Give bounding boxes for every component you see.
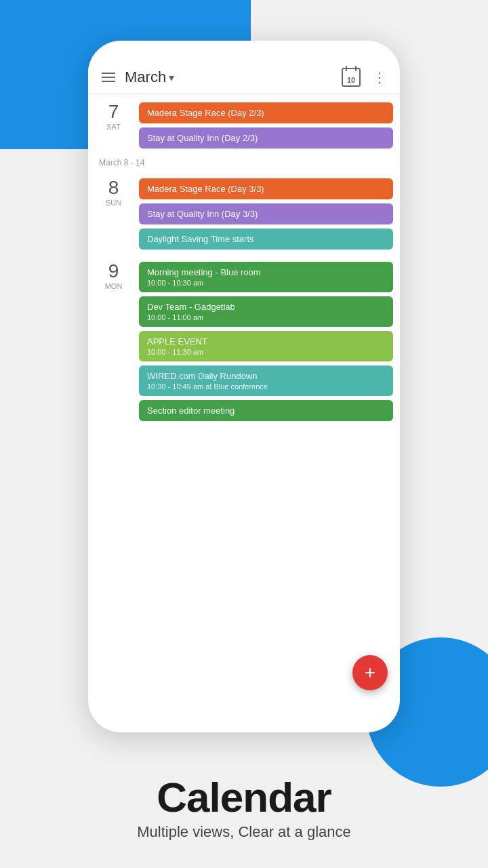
app-name-label: Calendar xyxy=(0,774,488,821)
event-madera-day2[interactable]: Madera Stage Race (Day 2/3) xyxy=(139,102,393,123)
month-chevron-icon: ▾ xyxy=(169,71,174,84)
event-apple-event[interactable]: APPLE EVENT 10:00 - 11:30 am xyxy=(139,331,393,361)
event-title: Daylight Saving Time starts xyxy=(147,234,254,244)
day-label-7: 7 Sat xyxy=(95,102,132,149)
fab-add-event-button[interactable]: + xyxy=(352,655,388,690)
month-title[interactable]: March ▾ xyxy=(125,68,174,86)
day-name-8: Sun xyxy=(95,199,132,207)
day-section-8: 8 Sun Madera Stage Race (Day 3/3) Stay a… xyxy=(88,170,400,250)
event-morning-meeting[interactable]: Morning meeting - Blue room 10:00 - 10:3… xyxy=(139,262,393,292)
day-number-7: 7 xyxy=(95,102,132,121)
day-events-9: Morning meeting - Blue room 10:00 - 10:3… xyxy=(139,262,393,421)
event-title: WIRED.com Daily Rundown xyxy=(147,371,385,381)
day-name-7: Sat xyxy=(95,123,132,131)
event-title: APPLE EVENT xyxy=(147,336,385,347)
event-title: Madera Stage Race (Day 3/3) xyxy=(147,184,264,194)
event-title: Morning meeting - Blue room xyxy=(147,267,385,277)
calendar-date-number: 10 xyxy=(347,76,355,84)
event-title: Dev Team - Gadgetlab xyxy=(147,302,385,312)
event-title: Stay at Quality Inn (Day 2/3) xyxy=(147,133,258,143)
event-wired-rundown[interactable]: WIRED.com Daily Rundown 10:30 - 10:45 am… xyxy=(139,366,393,396)
calendar-today-button[interactable]: 10 xyxy=(342,68,361,87)
day-label-8: 8 Sun xyxy=(95,178,132,250)
event-subtitle: 10:00 - 10:30 am xyxy=(147,279,385,287)
more-options-button[interactable]: ⋮ xyxy=(373,69,386,85)
event-subtitle: 10:30 - 10:45 am at Blue conference xyxy=(147,382,385,391)
event-subtitle: 10:00 - 11:30 am xyxy=(147,348,385,356)
event-title: Section editor meeting xyxy=(147,406,385,416)
event-madera-day3[interactable]: Madera Stage Race (Day 3/3) xyxy=(139,178,393,199)
calendar-scroll-area[interactable]: 7 Sat Madera Stage Race (Day 2/3) Stay a… xyxy=(88,94,400,732)
day-section-9: 9 Mon Morning meeting - Blue room 10:00 … xyxy=(88,254,400,421)
phone-notch xyxy=(197,41,291,56)
event-dev-team[interactable]: Dev Team - Gadgetlab 10:00 - 11:00 am xyxy=(139,296,393,327)
phone-frame: March ▾ 10 ⋮ 7 Sat Madera Stage Race (Da… xyxy=(88,41,400,732)
day-label-9: 9 Mon xyxy=(95,262,132,421)
day-events-7: Madera Stage Race (Day 2/3) Stay at Qual… xyxy=(139,102,393,149)
event-title: Stay at Quality Inn (Day 3/3) xyxy=(147,209,258,219)
hamburger-menu-button[interactable] xyxy=(102,73,115,82)
event-quality-inn-day2[interactable]: Stay at Quality Inn (Day 2/3) xyxy=(139,127,393,149)
week-separator: March 8 - 14 xyxy=(88,149,400,170)
day-number-8: 8 xyxy=(95,178,132,197)
day-events-8: Madera Stage Race (Day 3/3) Stay at Qual… xyxy=(139,178,393,250)
day-section-7: 7 Sat Madera Stage Race (Day 2/3) Stay a… xyxy=(88,94,400,149)
event-subtitle: 10:00 - 11:00 am xyxy=(147,313,385,321)
month-label: March xyxy=(125,68,166,86)
event-title: Madera Stage Race (Day 2/3) xyxy=(147,108,264,118)
event-quality-inn-day3[interactable]: Stay at Quality Inn (Day 3/3) xyxy=(139,203,393,224)
tagline-label: Multiple views, Clear at a glance xyxy=(0,823,488,841)
bottom-text-area: Calendar Multiple views, Clear at a glan… xyxy=(0,774,488,841)
event-daylight-saving[interactable]: Daylight Saving Time starts xyxy=(139,229,393,250)
event-section-editor[interactable]: Section editor meeting xyxy=(139,400,393,421)
day-number-9: 9 xyxy=(95,262,132,281)
calendar-header: March ▾ 10 ⋮ xyxy=(88,56,400,94)
day-name-9: Mon xyxy=(95,282,132,290)
